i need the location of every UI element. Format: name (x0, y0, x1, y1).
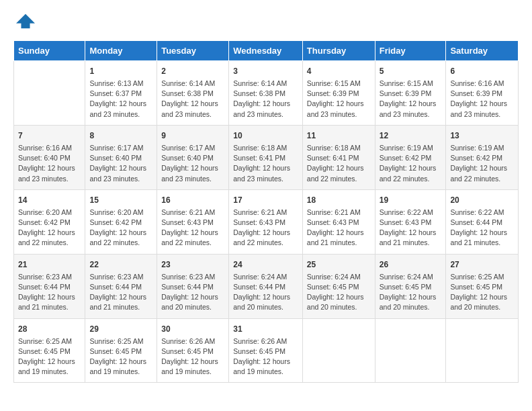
day-cell (302, 318, 375, 383)
day-number: 24 (233, 259, 298, 271)
day-info: Sunrise: 6:21 AM Sunset: 6:43 PM Dayligh… (161, 208, 224, 248)
day-number: 27 (450, 259, 514, 271)
day-info: Sunrise: 6:23 AM Sunset: 6:44 PM Dayligh… (89, 272, 152, 313)
day-cell (14, 61, 85, 126)
day-cell: 9Sunrise: 6:17 AM Sunset: 6:40 PM Daylig… (157, 125, 229, 189)
day-info: Sunrise: 6:21 AM Sunset: 6:43 PM Dayligh… (307, 208, 371, 248)
day-cell: 19Sunrise: 6:22 AM Sunset: 6:43 PM Dayli… (375, 189, 446, 254)
day-cell: 15Sunrise: 6:20 AM Sunset: 6:42 PM Dayli… (85, 189, 157, 254)
day-number: 11 (307, 130, 371, 142)
day-info: Sunrise: 6:26 AM Sunset: 6:45 PM Dayligh… (233, 336, 298, 377)
day-info: Sunrise: 6:19 AM Sunset: 6:42 PM Dayligh… (450, 143, 514, 184)
day-number: 19 (380, 194, 442, 206)
day-number: 31 (233, 323, 298, 335)
day-number: 25 (307, 259, 371, 271)
week-row-3: 14Sunrise: 6:20 AM Sunset: 6:42 PM Dayli… (14, 189, 519, 254)
header-cell-tuesday: Tuesday (157, 41, 229, 61)
day-number: 22 (89, 259, 152, 271)
day-number: 16 (161, 194, 224, 206)
day-info: Sunrise: 6:22 AM Sunset: 6:44 PM Dayligh… (450, 208, 514, 248)
day-number: 26 (380, 259, 442, 271)
day-number: 12 (380, 130, 442, 142)
day-cell (446, 318, 519, 383)
day-cell: 3Sunrise: 6:14 AM Sunset: 6:38 PM Daylig… (229, 61, 303, 126)
day-info: Sunrise: 6:23 AM Sunset: 6:44 PM Dayligh… (18, 272, 81, 313)
day-info: Sunrise: 6:20 AM Sunset: 6:42 PM Dayligh… (89, 208, 152, 248)
day-info: Sunrise: 6:13 AM Sunset: 6:37 PM Dayligh… (89, 79, 152, 120)
header-row: SundayMondayTuesdayWednesdayThursdayFrid… (14, 41, 519, 61)
day-number: 9 (161, 130, 224, 142)
header-cell-monday: Monday (85, 41, 157, 61)
day-info: Sunrise: 6:22 AM Sunset: 6:43 PM Dayligh… (380, 208, 442, 248)
day-cell: 28Sunrise: 6:25 AM Sunset: 6:45 PM Dayli… (14, 318, 85, 383)
day-info: Sunrise: 6:17 AM Sunset: 6:40 PM Dayligh… (161, 143, 224, 184)
day-number: 17 (233, 194, 298, 206)
day-cell: 2Sunrise: 6:14 AM Sunset: 6:38 PM Daylig… (157, 61, 229, 126)
day-cell (375, 318, 446, 383)
day-cell: 8Sunrise: 6:17 AM Sunset: 6:40 PM Daylig… (85, 125, 157, 189)
day-info: Sunrise: 6:14 AM Sunset: 6:38 PM Dayligh… (233, 79, 298, 120)
day-cell: 14Sunrise: 6:20 AM Sunset: 6:42 PM Dayli… (14, 189, 85, 254)
day-cell: 23Sunrise: 6:23 AM Sunset: 6:44 PM Dayli… (157, 254, 229, 318)
day-info: Sunrise: 6:15 AM Sunset: 6:39 PM Dayligh… (380, 79, 442, 120)
day-info: Sunrise: 6:16 AM Sunset: 6:39 PM Dayligh… (450, 79, 514, 120)
day-number: 1 (89, 65, 152, 77)
week-row-5: 28Sunrise: 6:25 AM Sunset: 6:45 PM Dayli… (14, 318, 519, 383)
day-cell: 20Sunrise: 6:22 AM Sunset: 6:44 PM Dayli… (446, 189, 519, 254)
svg-marker-0 (16, 14, 35, 28)
day-cell: 26Sunrise: 6:24 AM Sunset: 6:45 PM Dayli… (375, 254, 446, 318)
day-cell: 31Sunrise: 6:26 AM Sunset: 6:45 PM Dayli… (229, 318, 303, 383)
day-cell: 4Sunrise: 6:15 AM Sunset: 6:39 PM Daylig… (302, 61, 375, 126)
day-cell: 1Sunrise: 6:13 AM Sunset: 6:37 PM Daylig… (85, 61, 157, 126)
header-cell-wednesday: Wednesday (229, 41, 303, 61)
day-info: Sunrise: 6:20 AM Sunset: 6:42 PM Dayligh… (18, 208, 81, 248)
day-number: 21 (18, 259, 81, 271)
day-info: Sunrise: 6:26 AM Sunset: 6:45 PM Dayligh… (161, 336, 224, 377)
logo-icon (16, 11, 35, 30)
header-cell-sunday: Sunday (14, 41, 85, 61)
day-number: 29 (89, 323, 152, 335)
week-row-1: 1Sunrise: 6:13 AM Sunset: 6:37 PM Daylig… (14, 61, 519, 126)
day-cell: 30Sunrise: 6:26 AM Sunset: 6:45 PM Dayli… (157, 318, 229, 383)
day-info: Sunrise: 6:24 AM Sunset: 6:45 PM Dayligh… (307, 272, 371, 313)
day-number: 4 (307, 65, 371, 77)
day-info: Sunrise: 6:17 AM Sunset: 6:40 PM Dayligh… (89, 143, 152, 184)
day-cell: 21Sunrise: 6:23 AM Sunset: 6:44 PM Dayli… (14, 254, 85, 318)
header-cell-saturday: Saturday (446, 41, 519, 61)
day-cell: 10Sunrise: 6:18 AM Sunset: 6:41 PM Dayli… (229, 125, 303, 189)
day-cell: 16Sunrise: 6:21 AM Sunset: 6:43 PM Dayli… (157, 189, 229, 254)
day-cell: 5Sunrise: 6:15 AM Sunset: 6:39 PM Daylig… (375, 61, 446, 126)
day-number: 30 (161, 323, 224, 335)
day-info: Sunrise: 6:25 AM Sunset: 6:45 PM Dayligh… (450, 272, 514, 313)
day-number: 28 (18, 323, 81, 335)
day-number: 8 (89, 130, 152, 142)
day-cell: 25Sunrise: 6:24 AM Sunset: 6:45 PM Dayli… (302, 254, 375, 318)
day-cell: 12Sunrise: 6:19 AM Sunset: 6:42 PM Dayli… (375, 125, 446, 189)
day-cell: 18Sunrise: 6:21 AM Sunset: 6:43 PM Dayli… (302, 189, 375, 254)
day-number: 20 (450, 194, 514, 206)
week-row-2: 7Sunrise: 6:16 AM Sunset: 6:40 PM Daylig… (14, 125, 519, 189)
header-cell-thursday: Thursday (302, 41, 375, 61)
day-number: 15 (89, 194, 152, 206)
day-number: 13 (450, 130, 514, 142)
calendar-table: SundayMondayTuesdayWednesdayThursdayFrid… (13, 40, 519, 383)
logo (13, 13, 35, 30)
day-number: 3 (233, 65, 298, 77)
day-number: 18 (307, 194, 371, 206)
day-cell: 22Sunrise: 6:23 AM Sunset: 6:44 PM Dayli… (85, 254, 157, 318)
day-number: 7 (18, 130, 81, 142)
day-cell: 11Sunrise: 6:18 AM Sunset: 6:41 PM Dayli… (302, 125, 375, 189)
day-info: Sunrise: 6:14 AM Sunset: 6:38 PM Dayligh… (161, 79, 224, 120)
day-info: Sunrise: 6:18 AM Sunset: 6:41 PM Dayligh… (307, 143, 371, 184)
day-info: Sunrise: 6:21 AM Sunset: 6:43 PM Dayligh… (233, 208, 298, 248)
day-info: Sunrise: 6:24 AM Sunset: 6:45 PM Dayligh… (380, 272, 442, 313)
day-number: 5 (380, 65, 442, 77)
day-cell: 6Sunrise: 6:16 AM Sunset: 6:39 PM Daylig… (446, 61, 519, 126)
day-cell: 17Sunrise: 6:21 AM Sunset: 6:43 PM Dayli… (229, 189, 303, 254)
day-info: Sunrise: 6:25 AM Sunset: 6:45 PM Dayligh… (18, 336, 81, 377)
day-info: Sunrise: 6:15 AM Sunset: 6:39 PM Dayligh… (307, 79, 371, 120)
day-info: Sunrise: 6:23 AM Sunset: 6:44 PM Dayligh… (161, 272, 224, 313)
day-info: Sunrise: 6:25 AM Sunset: 6:45 PM Dayligh… (89, 336, 152, 377)
day-info: Sunrise: 6:24 AM Sunset: 6:44 PM Dayligh… (233, 272, 298, 313)
day-cell: 27Sunrise: 6:25 AM Sunset: 6:45 PM Dayli… (446, 254, 519, 318)
